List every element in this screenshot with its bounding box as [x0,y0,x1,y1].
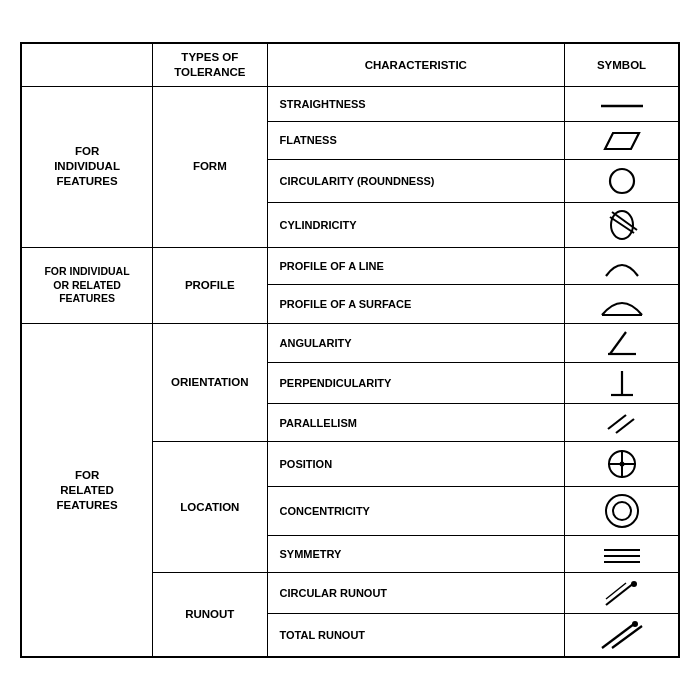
svg-line-22 [606,583,634,605]
char-profile-line: PROFILE OF A LINE [267,247,565,285]
char-straightness: STRAIGHTNESS [267,87,565,122]
type-location: LOCATION [153,442,267,573]
char-symmetry: SYMMETRY [267,536,565,573]
header-characteristic: CHARACTERISTIC [267,43,565,86]
symbol-circular-runout [565,572,679,613]
gdt-table-wrapper: TYPES OFTOLERANCE CHARACTERISTIC SYMBOL … [20,42,680,658]
char-position: POSITION [267,442,565,487]
symbol-total-runout [565,613,679,657]
symbol-profile-line [565,247,679,285]
svg-point-17 [606,495,638,527]
header-tolerance-type: TYPES OFTOLERANCE [153,43,267,86]
svg-point-27 [632,621,638,627]
category-individual-or-related: FOR INDIVIDUALOR RELATEDFEATURES [21,247,153,324]
symbol-circularity [565,159,679,202]
char-circularity: CIRCULARITY (ROUNDNESS) [267,159,565,202]
symbol-angularity [565,324,679,363]
char-flatness: FLATNESS [267,122,565,160]
char-perpendicularity: PERPENDICULARITY [267,363,565,404]
char-concentricity: CONCENTRICITY [267,487,565,536]
table-row: FOR INDIVIDUALOR RELATEDFEATURES PROFILE… [21,247,679,285]
svg-line-8 [610,332,626,354]
symbol-flatness [565,122,679,160]
header-category [21,43,153,86]
char-angularity: ANGULARITY [267,324,565,363]
type-profile: PROFILE [153,247,267,324]
symbol-profile-surface [565,285,679,324]
gdt-table: TYPES OFTOLERANCE CHARACTERISTIC SYMBOL … [20,42,680,658]
category-related: FORRELATEDFEATURES [21,324,153,657]
type-form: FORM [153,87,267,248]
char-profile-surface: PROFILE OF A SURFACE [267,285,565,324]
char-cylindricity: CYLINDRICITY [267,202,565,247]
symbol-perpendicularity [565,363,679,404]
type-orientation: ORIENTATION [153,324,267,442]
symbol-symmetry [565,536,679,573]
table-row: FORRELATEDFEATURES ORIENTATION ANGULARIT… [21,324,679,363]
char-total-runout: TOTAL RUNOUT [267,613,565,657]
svg-point-2 [610,169,634,193]
svg-point-18 [613,502,631,520]
symbol-position [565,442,679,487]
header-symbol: SYMBOL [565,43,679,86]
char-circular-runout: CIRCULAR RUNOUT [267,572,565,613]
svg-marker-1 [605,133,639,149]
symbol-straightness [565,87,679,122]
symbol-cylindricity [565,202,679,247]
svg-point-16 [619,462,624,467]
type-runout: RUNOUT [153,572,267,657]
symbol-parallelism [565,404,679,442]
table-row: FORINDIVIDUALFEATURES FORM STRAIGHTNESS [21,87,679,122]
char-parallelism: PARALLELISM [267,404,565,442]
category-individual: FORINDIVIDUALFEATURES [21,87,153,248]
symbol-concentricity [565,487,679,536]
svg-point-24 [631,581,637,587]
